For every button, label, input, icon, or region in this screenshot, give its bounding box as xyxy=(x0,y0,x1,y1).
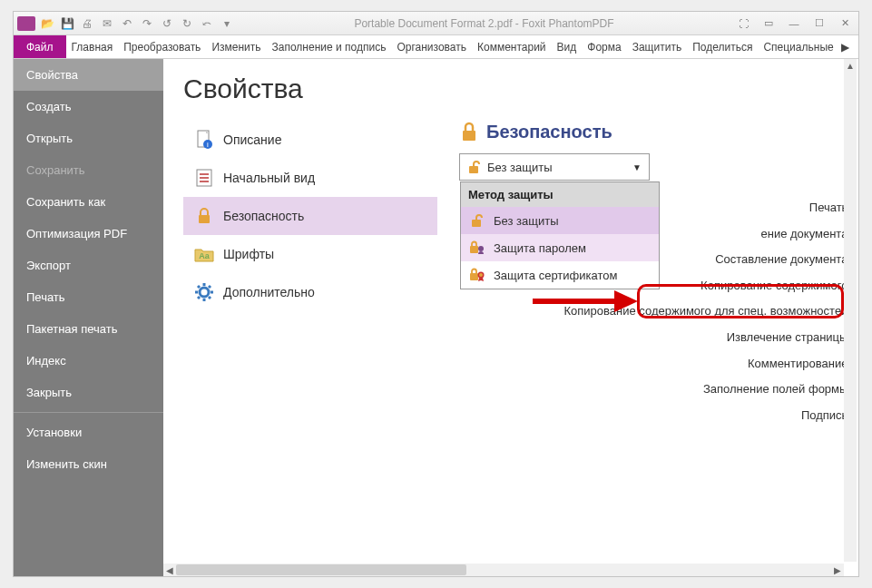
fullscreen-icon[interactable]: ⛶ xyxy=(733,15,753,32)
print-icon[interactable]: 🖨 xyxy=(79,15,95,32)
tab-organize[interactable]: Организовать xyxy=(391,35,472,58)
user-lock-icon xyxy=(468,240,486,255)
sidebar-item-create[interactable]: Создать xyxy=(14,91,163,122)
svg-text:Aa: Aa xyxy=(199,251,210,260)
svg-rect-18 xyxy=(470,246,478,253)
minimize-ribbon-icon[interactable]: ▭ xyxy=(759,15,779,32)
prop-nav-fonts[interactable]: Aa Шрифты xyxy=(183,235,437,273)
sidebar-item-batch-print[interactable]: Пакетная печать xyxy=(14,313,163,345)
main-panel: Свойства i Описание Начальный вид xyxy=(163,59,858,576)
dropdown-selected-value: Без защиты xyxy=(487,161,553,174)
perm-comment: Комментирование: xyxy=(563,351,851,377)
unlocked-icon xyxy=(468,213,486,228)
prop-nav-initial-view[interactable]: Начальный вид xyxy=(183,159,437,197)
prop-nav-label: Дополнительно xyxy=(223,285,315,299)
svg-rect-20 xyxy=(470,273,478,280)
scroll-right-icon[interactable]: ▶ xyxy=(831,564,844,576)
tab-comment[interactable]: Комментарий xyxy=(472,35,552,58)
redo2-icon[interactable]: ↻ xyxy=(179,15,195,32)
font-folder-icon: Aa xyxy=(194,244,214,264)
sidebar-item-print[interactable]: Печать xyxy=(14,281,163,313)
back-icon[interactable]: ⤺ xyxy=(199,15,215,32)
svg-rect-17 xyxy=(472,220,481,227)
scroll-left-icon[interactable]: ◀ xyxy=(163,564,176,576)
save-icon[interactable]: 💾 xyxy=(59,15,75,32)
sidebar-item-save-as[interactable]: Сохранить как xyxy=(14,186,163,218)
tab-home[interactable]: Главная xyxy=(66,35,119,58)
redo-icon[interactable]: ↷ xyxy=(139,15,155,32)
sidebar-item-preferences[interactable]: Установки xyxy=(14,416,163,448)
sidebar-item-index[interactable]: Индекс xyxy=(14,345,163,377)
ribbon-tabs: Файл Главная Преобразовать Изменить Запо… xyxy=(14,35,858,59)
sidebar-item-save: Сохранить xyxy=(14,154,163,186)
tab-edit[interactable]: Изменить xyxy=(206,35,266,58)
app-logo-icon xyxy=(17,16,35,31)
minimize-icon[interactable]: — xyxy=(784,15,804,32)
scrollbar-thumb[interactable] xyxy=(176,564,466,575)
undo-icon[interactable]: ↶ xyxy=(119,15,135,32)
open-icon[interactable]: 📂 xyxy=(39,15,55,32)
perm-copy: Копирование содержимого: xyxy=(563,273,851,299)
lock-icon xyxy=(459,121,479,142)
file-menu-sidebar: Свойства Создать Открыть Сохранить Сохра… xyxy=(14,59,163,576)
sidebar-item-export[interactable]: Экспорт xyxy=(14,250,163,281)
file-tab[interactable]: Файл xyxy=(14,35,66,58)
tab-fill-sign[interactable]: Заполнение и подпись xyxy=(267,35,392,58)
tab-special[interactable]: Специальные xyxy=(758,35,838,58)
tab-protect[interactable]: Защитить xyxy=(627,35,687,58)
option-label: Без защиты xyxy=(494,214,559,228)
tab-share[interactable]: Поделиться xyxy=(687,35,758,58)
ribbon-overflow-icon[interactable]: ▶ xyxy=(839,35,852,58)
undo2-icon[interactable]: ↺ xyxy=(159,15,175,32)
prop-nav-label: Описание xyxy=(223,132,281,147)
maximize-icon[interactable]: ☐ xyxy=(809,15,829,32)
email-icon[interactable]: ✉ xyxy=(99,15,115,32)
horizontal-scrollbar[interactable]: ◀ ▶ xyxy=(163,564,844,576)
sidebar-item-optimize[interactable]: Оптимизация PDF xyxy=(14,218,163,250)
chevron-down-icon: ▼ xyxy=(632,162,642,172)
perm-accessibility: Копирование содержимого для спец. возмож… xyxy=(563,299,851,325)
prop-nav-security[interactable]: Безопасность xyxy=(183,197,437,235)
prop-nav-label: Начальный вид xyxy=(223,171,315,185)
qat-dropdown-icon[interactable]: ▾ xyxy=(219,15,235,32)
perm-form-fill: Заполнение полей формы: xyxy=(563,377,851,403)
checklist-icon xyxy=(194,168,214,188)
sidebar-item-close[interactable]: Закрыть xyxy=(14,377,163,408)
perm-assembly: Составление документа: xyxy=(563,247,851,273)
perm-edit-doc: ение документа: xyxy=(563,221,851,248)
tab-form[interactable]: Форма xyxy=(582,35,626,58)
quick-access-toolbar: 📂 💾 🖨 ✉ ↶ ↷ ↺ ↻ ⤺ ▾ xyxy=(39,15,235,32)
application-window: 📂 💾 🖨 ✉ ↶ ↷ ↺ ↻ ⤺ ▾ Portable Document Fo… xyxy=(13,11,859,577)
permissions-list: Печать: ение документа: Составление доку… xyxy=(563,195,851,428)
tab-convert[interactable]: Преобразовать xyxy=(118,35,206,58)
svg-point-6 xyxy=(200,288,209,297)
page-title: Свойства xyxy=(183,74,838,104)
security-method-dropdown[interactable]: Без защиты ▼ Метод защиты Без защиты xyxy=(459,153,650,181)
tab-view[interactable]: Вид xyxy=(552,35,583,58)
svg-text:i: i xyxy=(207,141,209,149)
svg-rect-16 xyxy=(469,166,478,173)
prop-nav-description[interactable]: i Описание xyxy=(183,121,437,159)
sidebar-item-properties[interactable]: Свойства xyxy=(14,59,163,91)
scroll-up-icon[interactable]: ▲ xyxy=(844,59,857,72)
doc-info-icon: i xyxy=(194,130,214,150)
svg-line-12 xyxy=(209,297,211,299)
prop-nav-advanced[interactable]: Дополнительно xyxy=(183,273,437,311)
security-panel: Безопасность Без защиты ▼ Метод защиты xyxy=(459,121,838,181)
unlocked-icon xyxy=(467,160,482,174)
svg-line-13 xyxy=(209,286,211,288)
perm-sign: Подпись: xyxy=(563,403,851,429)
close-icon[interactable]: ✕ xyxy=(835,15,855,32)
security-heading: Безопасность xyxy=(486,122,612,142)
properties-nav: i Описание Начальный вид xyxy=(183,121,437,311)
prop-nav-label: Безопасность xyxy=(223,209,304,223)
cert-lock-icon xyxy=(468,268,486,282)
vertical-scrollbar[interactable]: ▲ xyxy=(844,59,857,562)
sidebar-item-open[interactable]: Открыть xyxy=(14,122,163,154)
sidebar-separator xyxy=(14,412,163,413)
titlebar: 📂 💾 🖨 ✉ ↶ ↷ ↺ ↻ ⤺ ▾ Portable Document Fo… xyxy=(14,12,858,35)
lock-icon xyxy=(194,206,214,226)
window-title: Portable Document Format 2.pdf - Foxit P… xyxy=(235,17,733,30)
sidebar-item-skin[interactable]: Изменить скин xyxy=(14,448,163,480)
svg-rect-15 xyxy=(463,131,475,141)
